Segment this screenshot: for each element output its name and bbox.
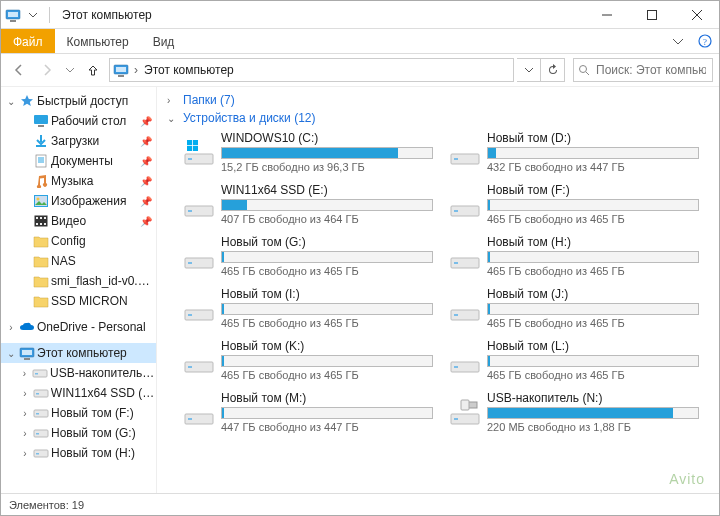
downloads-icon — [33, 133, 49, 149]
drive-item[interactable]: Новый том (M:)447 ГБ свободно из 447 ГБ — [179, 387, 437, 437]
drive-item[interactable]: Новый том (L:)465 ГБ свободно из 465 ГБ — [445, 335, 703, 385]
sidebar-item[interactable]: Изображения📌 — [1, 191, 156, 211]
video-icon — [33, 213, 49, 229]
expand-icon[interactable]: › — [167, 95, 177, 106]
sidebar-item[interactable]: Видео📌 — [1, 211, 156, 231]
ribbon-expand-button[interactable] — [665, 29, 691, 53]
capacity-bar — [221, 355, 433, 367]
watermark: Avito — [669, 471, 705, 487]
svg-rect-68 — [188, 418, 192, 420]
capacity-bar — [221, 199, 433, 211]
sidebar-item-label: Документы — [51, 154, 138, 168]
collapse-icon[interactable]: ⌄ — [5, 348, 17, 359]
recent-locations-button[interactable] — [63, 58, 77, 82]
sidebar-item[interactable]: ›USB-накопитель (N:) — [1, 363, 156, 383]
drive-item[interactable]: WINDOWS10 (C:)15,2 ГБ свободно из 96,3 Г… — [179, 127, 437, 177]
search-input[interactable] — [594, 62, 708, 78]
address-segment[interactable]: Этот компьютер — [142, 63, 236, 77]
search-box[interactable] — [573, 58, 713, 82]
drive-item[interactable]: Новый том (J:)465 ГБ свободно из 465 ГБ — [445, 283, 703, 333]
drive-item[interactable]: Новый том (I:)465 ГБ свободно из 465 ГБ — [179, 283, 437, 333]
help-button[interactable]: ? — [691, 29, 719, 53]
sidebar-item[interactable]: Музыка📌 — [1, 171, 156, 191]
window-controls — [584, 1, 719, 28]
address-bar[interactable]: › Этот компьютер — [109, 58, 514, 82]
navigation-pane: ⌄ Быстрый доступ Рабочий стол📌Загрузки📌Д… — [1, 87, 157, 493]
qat-dropdown-icon[interactable] — [25, 7, 41, 23]
folder-icon — [33, 273, 49, 289]
tab-view[interactable]: Вид — [141, 29, 187, 53]
sidebar-item[interactable]: SSD MICRON — [1, 291, 156, 311]
collapse-icon[interactable]: ⌄ — [167, 113, 177, 124]
drive-item[interactable]: Новый том (H:)465 ГБ свободно из 465 ГБ — [445, 231, 703, 281]
drive-icon — [33, 385, 49, 401]
chevron-right-icon[interactable]: › — [130, 63, 142, 77]
pin-icon: 📌 — [140, 216, 156, 227]
svg-rect-36 — [36, 393, 39, 395]
tab-file[interactable]: Файл — [1, 29, 55, 53]
drive-name: Новый том (D:) — [487, 131, 699, 145]
sidebar-item[interactable]: Загрузки📌 — [1, 131, 156, 151]
expand-icon[interactable]: › — [19, 388, 31, 399]
sidebar-item[interactable]: smi_flash_id-v0.372a — [1, 271, 156, 291]
capacity-bar — [221, 251, 433, 263]
drive-icon — [449, 136, 481, 168]
maximize-button[interactable] — [629, 1, 674, 28]
back-button[interactable] — [7, 58, 31, 82]
pin-icon: 📌 — [140, 156, 156, 167]
drive-item[interactable]: USB-накопитель (N:)220 МБ свободно из 1,… — [445, 387, 703, 437]
sidebar-item[interactable]: Документы📌 — [1, 151, 156, 171]
sidebar-item[interactable]: ›Новый том (H:) — [1, 443, 156, 463]
close-button[interactable] — [674, 1, 719, 28]
documents-icon — [33, 153, 49, 169]
drive-item[interactable]: Новый том (G:)465 ГБ свободно из 465 ГБ — [179, 231, 437, 281]
svg-rect-28 — [40, 223, 42, 225]
drive-icon — [449, 188, 481, 220]
body: ⌄ Быстрый доступ Рабочий стол📌Загрузки📌Д… — [1, 87, 719, 493]
folder-icon — [33, 233, 49, 249]
svg-rect-34 — [35, 373, 38, 375]
up-button[interactable] — [81, 58, 105, 82]
svg-rect-15 — [38, 125, 44, 127]
sidebar-item[interactable]: ›Новый том (F:) — [1, 403, 156, 423]
sidebar-item-label: USB-накопитель (N:) — [50, 366, 156, 380]
svg-rect-62 — [454, 314, 458, 316]
sidebar-item[interactable]: Рабочий стол📌 — [1, 111, 156, 131]
quick-access-toolbar — [1, 1, 58, 28]
sidebar-item[interactable]: Config — [1, 231, 156, 251]
capacity-bar — [487, 199, 699, 211]
nav-thispc-label: Этот компьютер — [37, 346, 127, 360]
tab-computer[interactable]: Компьютер — [55, 29, 141, 53]
svg-rect-40 — [36, 433, 39, 435]
expand-icon[interactable]: › — [19, 368, 30, 379]
expand-icon[interactable]: › — [19, 448, 31, 459]
sidebar-item-label: SSD MICRON — [51, 294, 156, 308]
drive-item[interactable]: Новый том (F:)465 ГБ свободно из 465 ГБ — [445, 179, 703, 229]
drive-status: 447 ГБ свободно из 447 ГБ — [221, 421, 433, 433]
expand-icon[interactable]: › — [5, 322, 17, 333]
window-title-text: Этот компьютер — [62, 8, 152, 22]
address-dropdown-button[interactable] — [517, 58, 541, 82]
expand-icon[interactable]: › — [19, 408, 31, 419]
folders-section-header[interactable]: › Папки (7) — [163, 91, 713, 109]
sidebar-item-label: Изображения — [51, 194, 138, 208]
minimize-button[interactable] — [584, 1, 629, 28]
refresh-button[interactable] — [541, 58, 565, 82]
collapse-icon[interactable]: ⌄ — [5, 96, 17, 107]
nav-quick-access[interactable]: ⌄ Быстрый доступ — [1, 91, 156, 111]
sidebar-item[interactable]: ›WIN11x64 SSD (E:) — [1, 383, 156, 403]
star-icon — [19, 93, 35, 109]
sidebar-item[interactable]: NAS — [1, 251, 156, 271]
sidebar-item[interactable]: ›Новый том (G:) — [1, 423, 156, 443]
capacity-bar — [487, 355, 699, 367]
nav-onedrive[interactable]: › OneDrive - Personal — [1, 317, 156, 337]
expand-icon[interactable]: › — [19, 428, 31, 439]
drive-item[interactable]: WIN11x64 SSD (E:)407 ГБ свободно из 464 … — [179, 179, 437, 229]
forward-button[interactable] — [35, 58, 59, 82]
svg-rect-52 — [188, 210, 192, 212]
nav-thispc[interactable]: ⌄ Этот компьютер — [1, 343, 156, 363]
drives-section-header[interactable]: ⌄ Устройства и диски (12) — [163, 109, 713, 127]
drive-item[interactable]: Новый том (K:)465 ГБ свободно из 465 ГБ — [179, 335, 437, 385]
drive-item[interactable]: Новый том (D:)432 ГБ свободно из 447 ГБ — [445, 127, 703, 177]
drive-name: USB-накопитель (N:) — [487, 391, 699, 405]
